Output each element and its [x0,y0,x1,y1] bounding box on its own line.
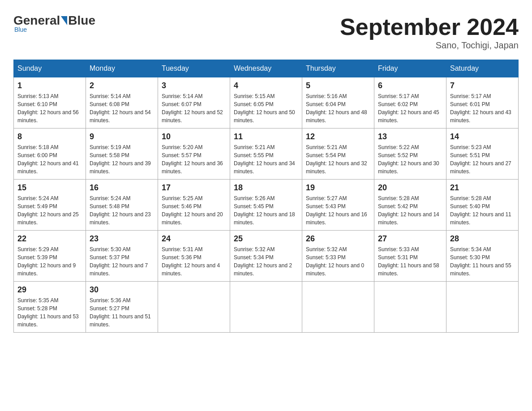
title-block: September 2024 Sano, Tochigi, Japan [340,13,519,51]
day-info: Sunrise: 5:36 AMSunset: 5:27 PMDaylight:… [90,296,154,329]
logo: General Blue Blue [13,13,95,33]
calendar-cell: 13Sunrise: 5:22 AMSunset: 5:52 PMDayligh… [374,128,446,180]
day-number: 25 [234,234,298,244]
calendar-cell: 17Sunrise: 5:25 AMSunset: 5:46 PMDayligh… [158,180,230,231]
day-number: 21 [450,183,515,193]
day-number: 3 [162,81,226,90]
day-info: Sunrise: 5:34 AMSunset: 5:30 PMDaylight:… [450,245,515,278]
calendar-cell: 25Sunrise: 5:32 AMSunset: 5:34 PMDayligh… [230,231,302,282]
calendar-cell: 3Sunrise: 5:14 AMSunset: 6:07 PMDaylight… [158,77,230,128]
day-info: Sunrise: 5:21 AMSunset: 5:54 PMDaylight:… [306,143,370,176]
calendar-cell: 8Sunrise: 5:18 AMSunset: 6:00 PMDaylight… [14,128,86,180]
day-info: Sunrise: 5:32 AMSunset: 5:33 PMDaylight:… [306,245,370,278]
calendar-cell: 16Sunrise: 5:24 AMSunset: 5:48 PMDayligh… [86,180,158,231]
calendar-cell: 23Sunrise: 5:30 AMSunset: 5:37 PMDayligh… [86,231,158,282]
month-title: September 2024 [340,13,519,40]
day-number: 22 [17,234,82,244]
weekday-header: Sunday [14,60,86,77]
day-info: Sunrise: 5:25 AMSunset: 5:46 PMDaylight:… [162,194,226,227]
weekday-header: Wednesday [230,60,302,77]
day-number: 9 [90,132,154,141]
calendar-cell: 20Sunrise: 5:28 AMSunset: 5:42 PMDayligh… [374,180,446,231]
day-number: 20 [378,183,442,193]
calendar-cell: 28Sunrise: 5:34 AMSunset: 5:30 PMDayligh… [446,231,519,282]
day-info: Sunrise: 5:30 AMSunset: 5:37 PMDaylight:… [90,245,154,278]
day-number: 7 [450,81,515,90]
day-info: Sunrise: 5:29 AMSunset: 5:39 PMDaylight:… [17,245,82,278]
day-info: Sunrise: 5:31 AMSunset: 5:36 PMDaylight:… [162,245,226,278]
day-number: 4 [234,81,298,90]
day-number: 17 [162,183,226,193]
calendar-cell: 27Sunrise: 5:33 AMSunset: 5:31 PMDayligh… [374,231,446,282]
calendar-cell: 15Sunrise: 5:24 AMSunset: 5:49 PMDayligh… [14,180,86,231]
weekday-header: Monday [86,60,158,77]
day-number: 15 [17,183,82,193]
day-info: Sunrise: 5:33 AMSunset: 5:31 PMDaylight:… [378,245,442,278]
calendar-cell: 19Sunrise: 5:27 AMSunset: 5:43 PMDayligh… [302,180,374,231]
calendar-cell: 18Sunrise: 5:26 AMSunset: 5:45 PMDayligh… [230,180,302,231]
day-number: 23 [90,234,154,244]
day-number: 16 [90,183,154,193]
day-number: 24 [162,234,226,244]
day-info: Sunrise: 5:28 AMSunset: 5:42 PMDaylight:… [378,194,442,227]
calendar-cell [374,282,446,333]
weekday-row: SundayMondayTuesdayWednesdayThursdayFrid… [14,60,519,77]
calendar-cell: 10Sunrise: 5:20 AMSunset: 5:57 PMDayligh… [158,128,230,180]
page-header: General Blue Blue September 2024 Sano, T… [13,13,519,51]
calendar-cell: 12Sunrise: 5:21 AMSunset: 5:54 PMDayligh… [302,128,374,180]
calendar-cell [446,282,519,333]
day-number: 1 [17,81,82,90]
weekday-header: Tuesday [158,60,230,77]
day-info: Sunrise: 5:15 AMSunset: 6:05 PMDaylight:… [234,92,298,124]
day-number: 18 [234,183,298,193]
day-number: 30 [90,285,154,295]
calendar-cell: 5Sunrise: 5:16 AMSunset: 6:04 PMDaylight… [302,77,374,128]
calendar-cell: 26Sunrise: 5:32 AMSunset: 5:33 PMDayligh… [302,231,374,282]
logo-subtitle: Blue [14,26,27,33]
day-number: 6 [378,81,442,90]
day-info: Sunrise: 5:16 AMSunset: 6:04 PMDaylight:… [306,92,370,124]
calendar-cell [230,282,302,333]
day-number: 8 [17,132,82,141]
day-info: Sunrise: 5:20 AMSunset: 5:57 PMDaylight:… [162,143,226,176]
day-number: 26 [306,234,370,244]
day-info: Sunrise: 5:32 AMSunset: 5:34 PMDaylight:… [234,245,298,278]
calendar-week-row: 22Sunrise: 5:29 AMSunset: 5:39 PMDayligh… [14,231,519,282]
logo-arrow-icon [61,16,67,25]
calendar-week-row: 29Sunrise: 5:35 AMSunset: 5:28 PMDayligh… [14,282,519,333]
calendar-cell: 1Sunrise: 5:13 AMSunset: 6:10 PMDaylight… [14,77,86,128]
logo-blue-text: Blue [68,13,95,28]
calendar-cell: 6Sunrise: 5:17 AMSunset: 6:02 PMDaylight… [374,77,446,128]
calendar-table: SundayMondayTuesdayWednesdayThursdayFrid… [13,60,519,333]
calendar-cell: 2Sunrise: 5:14 AMSunset: 6:08 PMDaylight… [86,77,158,128]
calendar-cell: 22Sunrise: 5:29 AMSunset: 5:39 PMDayligh… [14,231,86,282]
weekday-header: Thursday [302,60,374,77]
day-number: 10 [162,132,226,141]
day-number: 29 [17,285,82,295]
day-info: Sunrise: 5:35 AMSunset: 5:28 PMDaylight:… [17,296,82,329]
day-info: Sunrise: 5:14 AMSunset: 6:08 PMDaylight:… [90,92,154,124]
day-info: Sunrise: 5:17 AMSunset: 6:02 PMDaylight:… [378,92,442,124]
day-info: Sunrise: 5:19 AMSunset: 5:58 PMDaylight:… [90,143,154,176]
calendar-body: 1Sunrise: 5:13 AMSunset: 6:10 PMDaylight… [14,77,519,333]
calendar-cell: 7Sunrise: 5:17 AMSunset: 6:01 PMDaylight… [446,77,519,128]
calendar-week-row: 1Sunrise: 5:13 AMSunset: 6:10 PMDaylight… [14,77,519,128]
calendar-cell: 4Sunrise: 5:15 AMSunset: 6:05 PMDaylight… [230,77,302,128]
calendar-cell: 11Sunrise: 5:21 AMSunset: 5:55 PMDayligh… [230,128,302,180]
day-number: 14 [450,132,515,141]
day-number: 5 [306,81,370,90]
calendar-cell [158,282,230,333]
day-info: Sunrise: 5:27 AMSunset: 5:43 PMDaylight:… [306,194,370,227]
day-info: Sunrise: 5:21 AMSunset: 5:55 PMDaylight:… [234,143,298,176]
calendar-cell [302,282,374,333]
calendar-week-row: 15Sunrise: 5:24 AMSunset: 5:49 PMDayligh… [14,180,519,231]
day-info: Sunrise: 5:14 AMSunset: 6:07 PMDaylight:… [162,92,226,124]
day-number: 11 [234,132,298,141]
calendar-cell: 24Sunrise: 5:31 AMSunset: 5:36 PMDayligh… [158,231,230,282]
calendar-cell: 29Sunrise: 5:35 AMSunset: 5:28 PMDayligh… [14,282,86,333]
calendar-cell: 9Sunrise: 5:19 AMSunset: 5:58 PMDaylight… [86,128,158,180]
day-info: Sunrise: 5:22 AMSunset: 5:52 PMDaylight:… [378,143,442,176]
weekday-header: Friday [374,60,446,77]
weekday-header: Saturday [446,60,519,77]
day-info: Sunrise: 5:17 AMSunset: 6:01 PMDaylight:… [450,92,515,124]
